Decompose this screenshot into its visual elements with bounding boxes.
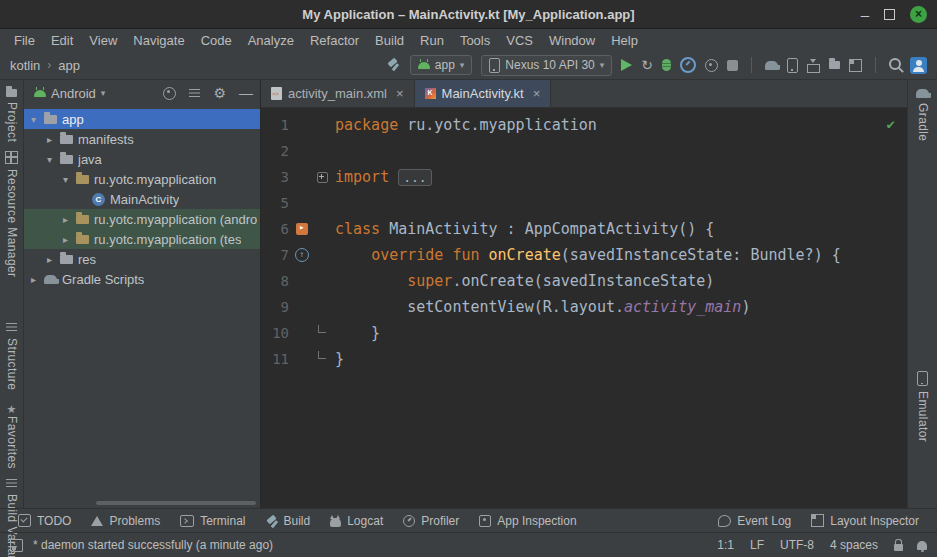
- chevron-right-icon[interactable]: ▸: [44, 134, 55, 145]
- device-manager-icon[interactable]: [787, 58, 798, 73]
- search-icon[interactable]: [889, 58, 901, 70]
- menu-code[interactable]: Code: [193, 33, 240, 48]
- menu-help[interactable]: Help: [603, 33, 646, 48]
- menu-vcs[interactable]: VCS: [498, 33, 541, 48]
- status-caret-position[interactable]: 1:1: [717, 538, 734, 552]
- menu-refactor[interactable]: Refactor: [302, 33, 367, 48]
- tool-button-terminal[interactable]: Terminal: [170, 514, 255, 528]
- run-configuration-select[interactable]: app ▾: [410, 55, 473, 75]
- apply-changes-icon[interactable]: ↻: [641, 58, 653, 72]
- fold-end-icon[interactable]: [318, 325, 326, 333]
- tool-button-emulator[interactable]: Emulator: [916, 371, 930, 442]
- status-encoding[interactable]: UTF-8: [780, 538, 814, 552]
- tab-activity-main-xml[interactable]: activity_main.xml×: [261, 80, 415, 107]
- layout-validation-icon[interactable]: [849, 59, 862, 72]
- collapse-all-icon[interactable]: [189, 88, 200, 99]
- hide-panel-icon[interactable]: —: [239, 86, 253, 100]
- sync-gradle-icon[interactable]: [765, 61, 778, 70]
- attach-debugger-icon[interactable]: [705, 59, 718, 72]
- chevron-down-icon[interactable]: ▾: [60, 174, 71, 185]
- gradle-tool-icon: [916, 89, 929, 98]
- profile-button[interactable]: [680, 57, 696, 73]
- chevron-right-icon[interactable]: ▸: [60, 234, 71, 245]
- code-text[interactable]: package ru.yotc.myapplication: [335, 116, 597, 134]
- tool-button-event-log[interactable]: Event Log: [708, 514, 801, 528]
- code-text[interactable]: class MainActivity : AppCompatActivity()…: [335, 220, 714, 238]
- project-view-select[interactable]: Android ▾: [31, 84, 108, 103]
- build-hammer-icon[interactable]: [387, 58, 401, 72]
- menu-analyze[interactable]: Analyze: [240, 33, 302, 48]
- breadcrumb-project[interactable]: kotlin: [10, 58, 40, 73]
- close-button[interactable]: ×: [910, 6, 927, 23]
- tool-button-layout-inspector[interactable]: Layout Inspector: [801, 514, 929, 528]
- tool-button-profiler[interactable]: Profiler: [393, 514, 469, 528]
- tree-item-gradle-scripts[interactable]: ▸Gradle Scripts: [24, 269, 260, 289]
- menu-file[interactable]: File: [6, 33, 43, 48]
- menu-edit[interactable]: Edit: [43, 33, 81, 48]
- device-file-explorer-icon[interactable]: [829, 61, 840, 69]
- lock-icon[interactable]: [894, 544, 903, 551]
- code-text[interactable]: }: [335, 324, 380, 342]
- device-select[interactable]: Nexus 10 API 30 ▾: [481, 55, 612, 76]
- menu-navigate[interactable]: Navigate: [125, 33, 192, 48]
- build-icon: [266, 515, 278, 527]
- tree-item-mainactivity[interactable]: MainActivity: [24, 189, 260, 209]
- fold-plus-icon[interactable]: [317, 172, 328, 183]
- code-text[interactable]: setContentView(R.layout.activity_main): [335, 298, 750, 316]
- fold-end-icon[interactable]: [318, 351, 326, 359]
- locate-file-icon[interactable]: [163, 87, 176, 100]
- run-button[interactable]: [621, 59, 632, 71]
- code-text[interactable]: }: [335, 350, 344, 368]
- menu-run[interactable]: Run: [412, 33, 452, 48]
- breadcrumb-module[interactable]: app: [58, 58, 80, 73]
- titlebar[interactable]: My Application – MainActivity.kt [My_App…: [0, 0, 937, 29]
- tab-mainactivity-kt[interactable]: MainActivity.kt×: [415, 80, 552, 107]
- tree-item-app[interactable]: ▾app: [24, 109, 260, 129]
- horizontal-scrollbar[interactable]: [96, 501, 256, 505]
- code-text[interactable]: import ...: [335, 168, 432, 186]
- tool-button-project[interactable]: Project: [5, 89, 19, 142]
- tool-button-logcat[interactable]: Logcat: [320, 514, 393, 528]
- chevron-down-icon[interactable]: ▾: [44, 154, 55, 165]
- menu-tools[interactable]: Tools: [452, 33, 498, 48]
- tree-item-java[interactable]: ▾java: [24, 149, 260, 169]
- editor-code[interactable]: ✔ 1package ru.yotc.myapplication23import…: [261, 108, 907, 508]
- tool-button-problems[interactable]: Problems: [81, 514, 170, 528]
- profile-avatar[interactable]: [910, 57, 927, 74]
- tool-button-resource-manager[interactable]: Resource Manager: [5, 151, 19, 277]
- close-tab-icon[interactable]: ×: [396, 86, 404, 101]
- close-tab-icon[interactable]: ×: [533, 86, 541, 101]
- chevron-down-icon[interactable]: ▾: [28, 114, 39, 125]
- tool-button-gradle[interactable]: Gradle: [916, 89, 930, 141]
- status-message[interactable]: * daemon started successfully (a minute …: [33, 538, 273, 552]
- tree-item-ru-yotc-myapplication[interactable]: ▾ru.yotc.myapplication: [24, 169, 260, 189]
- debug-button[interactable]: [662, 59, 671, 71]
- tool-button-todo[interactable]: TODO: [8, 514, 81, 528]
- tree-item-ru-yotc-myapplication-andro[interactable]: ▸ru.yotc.myapplication (andro: [24, 209, 260, 229]
- menu-build[interactable]: Build: [367, 33, 412, 48]
- notifications-bell-icon[interactable]: [917, 541, 927, 550]
- tool-button-favorites[interactable]: Favorites: [5, 399, 19, 469]
- chevron-right-icon[interactable]: ▸: [44, 254, 55, 265]
- menu-window[interactable]: Window: [541, 33, 603, 48]
- minimize-button[interactable]: –: [861, 7, 869, 22]
- tool-button-structure[interactable]: Structure: [5, 322, 19, 390]
- tool-button-build[interactable]: Build: [256, 514, 321, 528]
- tool-button-app-inspection[interactable]: App Inspection: [469, 514, 586, 528]
- settings-gear-icon[interactable]: ⚙: [213, 86, 226, 100]
- stop-button[interactable]: [727, 60, 738, 71]
- tree-item-res[interactable]: ▸res: [24, 249, 260, 269]
- status-line-separator[interactable]: LF: [750, 538, 764, 552]
- code-text[interactable]: super.onCreate(savedInstanceState): [335, 272, 714, 290]
- chevron-right-icon[interactable]: ▸: [60, 214, 71, 225]
- maximize-button[interactable]: [884, 9, 895, 20]
- code-text[interactable]: override fun onCreate(savedInstanceState…: [335, 246, 841, 264]
- sdk-manager-icon[interactable]: [807, 64, 820, 73]
- tree-item-manifests[interactable]: ▸manifests: [24, 129, 260, 149]
- toolwindow-switcher-icon[interactable]: [10, 539, 23, 552]
- status-indent-style[interactable]: 4 spaces: [830, 538, 878, 552]
- menu-view[interactable]: View: [81, 33, 125, 48]
- tree-item-ru-yotc-myapplication-tes[interactable]: ▸ru.yotc.myapplication (tes: [24, 229, 260, 249]
- chevron-right-icon[interactable]: ▸: [28, 274, 39, 285]
- toolbar-separator: [751, 57, 752, 73]
